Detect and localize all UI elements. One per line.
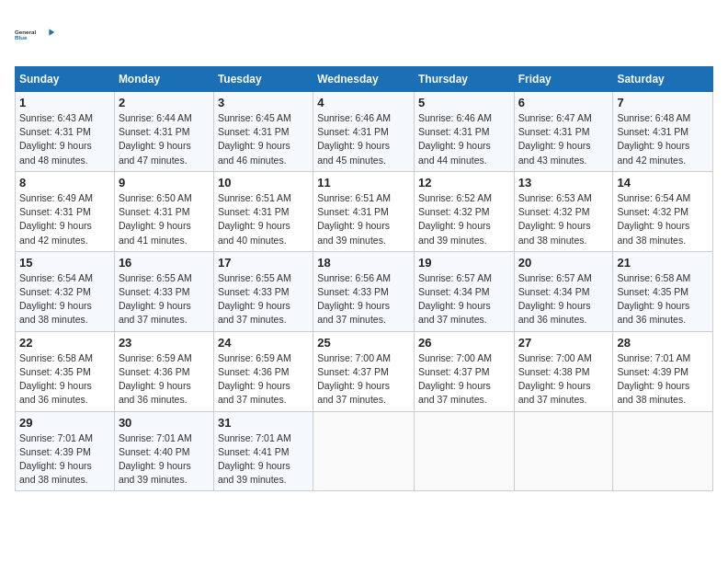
calendar-day-cell: 30Sunrise: 7:01 AMSunset: 4:40 PMDayligh… [114,411,213,491]
day-number: 8 [19,176,110,190]
day-info: Sunrise: 7:01 AMSunset: 4:39 PMDaylight:… [19,431,110,488]
calendar-week-row: 15Sunrise: 6:54 AMSunset: 4:32 PMDayligh… [16,251,713,331]
day-info: Sunrise: 7:00 AMSunset: 4:38 PMDaylight:… [518,351,609,408]
calendar-week-row: 8Sunrise: 6:49 AMSunset: 4:31 PMDaylight… [16,171,713,251]
day-info: Sunrise: 6:54 AMSunset: 4:32 PMDaylight:… [19,271,110,327]
day-info: Sunrise: 6:52 AMSunset: 4:32 PMDaylight:… [418,191,510,247]
day-info: Sunrise: 6:49 AMSunset: 4:31 PMDaylight:… [19,191,110,247]
calendar-day-cell: 23Sunrise: 6:59 AMSunset: 4:36 PMDayligh… [114,331,213,411]
day-number: 23 [119,336,210,350]
day-number: 21 [617,256,709,270]
day-number: 25 [317,336,410,350]
day-of-week-header: Saturday [613,67,713,92]
calendar-day-cell: 15Sunrise: 6:54 AMSunset: 4:32 PMDayligh… [16,251,115,331]
calendar-day-cell [414,411,514,491]
day-info: Sunrise: 6:43 AMSunset: 4:31 PMDaylight:… [19,111,110,167]
calendar-day-cell: 17Sunrise: 6:55 AMSunset: 4:33 PMDayligh… [213,251,313,331]
calendar-day-cell [313,411,415,491]
day-info: Sunrise: 6:48 AMSunset: 4:31 PMDaylight:… [617,111,709,167]
logo-svg: General Blue [15,15,55,55]
day-number: 19 [418,256,510,270]
day-of-week-header: Sunday [16,67,115,92]
calendar-day-cell: 1Sunrise: 6:43 AMSunset: 4:31 PMDaylight… [16,92,115,172]
calendar-day-cell: 7Sunrise: 6:48 AMSunset: 4:31 PMDaylight… [613,92,713,172]
day-info: Sunrise: 6:59 AMSunset: 4:36 PMDaylight:… [218,351,309,408]
day-info: Sunrise: 6:56 AMSunset: 4:33 PMDaylight:… [317,271,410,327]
day-info: Sunrise: 6:51 AMSunset: 4:31 PMDaylight:… [317,191,410,247]
day-number: 18 [317,256,410,270]
calendar-day-cell: 19Sunrise: 6:57 AMSunset: 4:34 PMDayligh… [414,251,514,331]
day-number: 6 [518,96,609,109]
day-info: Sunrise: 7:01 AMSunset: 4:39 PMDaylight:… [617,351,709,408]
day-number: 14 [617,176,709,190]
day-number: 27 [518,336,609,350]
day-info: Sunrise: 7:00 AMSunset: 4:37 PMDaylight:… [317,351,410,408]
calendar-week-row: 29Sunrise: 7:01 AMSunset: 4:39 PMDayligh… [16,411,713,491]
day-number: 4 [317,96,410,109]
day-number: 3 [218,96,309,109]
day-number: 12 [418,176,510,190]
day-info: Sunrise: 6:54 AMSunset: 4:32 PMDaylight:… [617,191,709,247]
calendar-day-cell [514,411,613,491]
day-info: Sunrise: 6:55 AMSunset: 4:33 PMDaylight:… [218,271,309,327]
day-number: 16 [119,256,210,270]
svg-text:Blue: Blue [15,34,28,40]
day-number: 7 [617,96,709,109]
day-number: 10 [218,176,309,190]
day-number: 28 [617,336,709,350]
day-info: Sunrise: 6:58 AMSunset: 4:35 PMDaylight:… [617,271,709,327]
day-number: 17 [218,256,309,270]
svg-marker-2 [49,29,54,35]
day-info: Sunrise: 6:50 AMSunset: 4:31 PMDaylight:… [119,191,210,247]
calendar-day-cell: 20Sunrise: 6:57 AMSunset: 4:34 PMDayligh… [514,251,613,331]
day-info: Sunrise: 7:01 AMSunset: 4:40 PMDaylight:… [119,431,210,488]
day-number: 26 [418,336,510,350]
day-number: 5 [418,96,510,109]
day-info: Sunrise: 6:45 AMSunset: 4:31 PMDaylight:… [218,111,309,167]
day-info: Sunrise: 6:59 AMSunset: 4:36 PMDaylight:… [119,351,210,408]
day-of-week-header: Monday [114,67,213,92]
day-of-week-header: Thursday [414,67,514,92]
calendar-table: SundayMondayTuesdayWednesdayThursdayFrid… [15,66,713,491]
day-info: Sunrise: 7:01 AMSunset: 4:41 PMDaylight:… [218,431,309,488]
calendar-day-cell: 21Sunrise: 6:58 AMSunset: 4:35 PMDayligh… [613,251,713,331]
calendar-day-cell: 14Sunrise: 6:54 AMSunset: 4:32 PMDayligh… [613,171,713,251]
day-info: Sunrise: 6:46 AMSunset: 4:31 PMDaylight:… [418,111,510,167]
calendar-day-cell: 3Sunrise: 6:45 AMSunset: 4:31 PMDaylight… [213,92,313,172]
day-info: Sunrise: 6:58 AMSunset: 4:35 PMDaylight:… [19,351,110,408]
page-header: General Blue [15,15,713,55]
calendar-header-row: SundayMondayTuesdayWednesdayThursdayFrid… [16,67,713,92]
day-number: 31 [218,416,309,430]
calendar-day-cell: 22Sunrise: 6:58 AMSunset: 4:35 PMDayligh… [16,331,115,411]
day-info: Sunrise: 6:44 AMSunset: 4:31 PMDaylight:… [119,111,210,167]
calendar-day-cell: 26Sunrise: 7:00 AMSunset: 4:37 PMDayligh… [414,331,514,411]
day-of-week-header: Tuesday [213,67,313,92]
day-number: 24 [218,336,309,350]
day-info: Sunrise: 7:00 AMSunset: 4:37 PMDaylight:… [418,351,510,408]
day-number: 30 [119,416,210,430]
calendar-day-cell: 5Sunrise: 6:46 AMSunset: 4:31 PMDaylight… [414,92,514,172]
calendar-day-cell: 29Sunrise: 7:01 AMSunset: 4:39 PMDayligh… [16,411,115,491]
day-info: Sunrise: 6:47 AMSunset: 4:31 PMDaylight:… [518,111,609,167]
day-number: 2 [119,96,210,109]
calendar-day-cell [613,411,713,491]
calendar-day-cell: 28Sunrise: 7:01 AMSunset: 4:39 PMDayligh… [613,331,713,411]
calendar-day-cell: 11Sunrise: 6:51 AMSunset: 4:31 PMDayligh… [313,171,415,251]
day-number: 22 [19,336,110,350]
day-of-week-header: Wednesday [313,67,415,92]
day-of-week-header: Friday [514,67,613,92]
calendar-day-cell: 10Sunrise: 6:51 AMSunset: 4:31 PMDayligh… [213,171,313,251]
calendar-day-cell: 8Sunrise: 6:49 AMSunset: 4:31 PMDaylight… [16,171,115,251]
calendar-day-cell: 4Sunrise: 6:46 AMSunset: 4:31 PMDaylight… [313,92,415,172]
day-number: 11 [317,176,410,190]
day-info: Sunrise: 6:57 AMSunset: 4:34 PMDaylight:… [418,271,510,327]
day-number: 20 [518,256,609,270]
calendar-day-cell: 9Sunrise: 6:50 AMSunset: 4:31 PMDaylight… [114,171,213,251]
day-info: Sunrise: 6:51 AMSunset: 4:31 PMDaylight:… [218,191,309,247]
calendar-day-cell: 27Sunrise: 7:00 AMSunset: 4:38 PMDayligh… [514,331,613,411]
day-number: 9 [119,176,210,190]
day-info: Sunrise: 6:57 AMSunset: 4:34 PMDaylight:… [518,271,609,327]
day-info: Sunrise: 6:55 AMSunset: 4:33 PMDaylight:… [119,271,210,327]
day-number: 15 [19,256,110,270]
calendar-day-cell: 24Sunrise: 6:59 AMSunset: 4:36 PMDayligh… [213,331,313,411]
